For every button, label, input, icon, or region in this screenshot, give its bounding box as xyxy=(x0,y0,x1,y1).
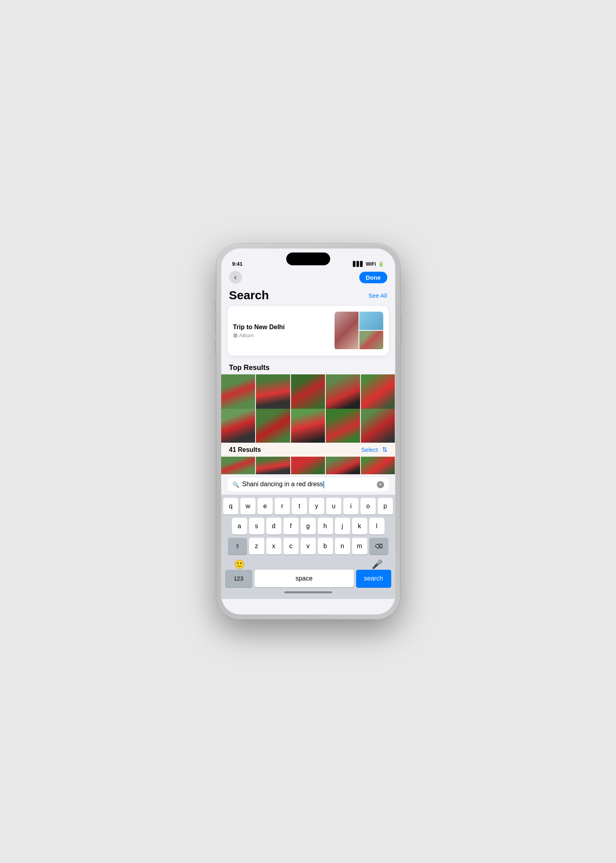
album-type-label: Album xyxy=(239,332,254,338)
battery-icon: 🔋 xyxy=(378,261,384,267)
key-a[interactable]: a xyxy=(232,518,247,535)
key-i[interactable]: i xyxy=(343,498,359,515)
grid-photo-3[interactable] xyxy=(291,374,325,409)
key-s[interactable]: s xyxy=(249,518,264,535)
search-bar[interactable]: 🔍 Shani dancing in a red dress ✕ xyxy=(228,477,389,491)
keyboard-row-3: ⇧ z x c v b n m ⌫ xyxy=(223,538,394,555)
emoji-mic-row: 🙂 🎤 xyxy=(223,558,394,570)
results-count: 41 Results xyxy=(229,446,261,453)
see-all-button[interactable]: See All xyxy=(368,292,387,299)
key-z[interactable]: z xyxy=(249,538,264,555)
grid-photo-1[interactable] xyxy=(221,374,256,409)
dynamic-island xyxy=(286,253,330,265)
photo-strip xyxy=(221,457,395,474)
album-card-wrapper: Trip to New Delhi ▦ Album xyxy=(221,306,395,360)
key-u[interactable]: u xyxy=(326,498,341,515)
album-type: ▦ Album xyxy=(233,332,331,338)
photo-grid-bottom xyxy=(221,409,395,443)
album-photo-1 xyxy=(335,312,359,349)
album-photo-3 xyxy=(359,331,383,349)
photo-grid-top xyxy=(221,374,395,409)
wifi-icon: WiFi xyxy=(366,261,376,267)
key-l[interactable]: l xyxy=(369,518,384,535)
top-results-section: Top Results xyxy=(221,360,395,374)
numbers-key[interactable]: 123 xyxy=(225,570,252,587)
back-button[interactable] xyxy=(229,271,242,284)
results-bar: 41 Results Select ⇅ xyxy=(221,443,395,457)
key-x[interactable]: x xyxy=(266,538,281,555)
search-key[interactable]: search xyxy=(356,570,391,587)
phone-frame: 9:41 ▋▋▋ WiFi 🔋 Done Search See All Trip… xyxy=(216,244,400,619)
grid-photo-2[interactable] xyxy=(256,374,290,409)
mic-button[interactable]: 🎤 xyxy=(372,559,382,570)
key-q[interactable]: q xyxy=(223,498,238,515)
key-d[interactable]: d xyxy=(266,518,281,535)
key-e[interactable]: e xyxy=(257,498,273,515)
sort-icon[interactable]: ⇅ xyxy=(382,446,387,453)
home-indicator xyxy=(284,591,332,593)
key-c[interactable]: c xyxy=(283,538,299,555)
key-k[interactable]: k xyxy=(352,518,367,535)
album-card[interactable]: Trip to New Delhi ▦ Album xyxy=(228,306,389,356)
search-header: Search See All xyxy=(221,287,395,306)
select-button[interactable]: Select xyxy=(361,446,378,453)
album-info: Trip to New Delhi ▦ Album xyxy=(233,324,331,338)
shift-key[interactable]: ⇧ xyxy=(228,538,247,555)
strip-photo-1[interactable] xyxy=(221,457,256,474)
key-v[interactable]: v xyxy=(301,538,316,555)
done-button[interactable]: Done xyxy=(359,272,387,283)
results-actions: Select ⇅ xyxy=(361,446,387,453)
key-g[interactable]: g xyxy=(301,518,316,535)
album-photo-2 xyxy=(359,312,383,330)
strip-photo-3[interactable] xyxy=(291,457,325,474)
strip-photo-2[interactable] xyxy=(256,457,290,474)
page-title: Search xyxy=(229,288,269,302)
grid-photo-8[interactable] xyxy=(291,409,325,443)
key-n[interactable]: n xyxy=(335,538,350,555)
key-r[interactable]: r xyxy=(275,498,290,515)
album-type-icon: ▦ xyxy=(233,332,238,338)
grid-photo-10[interactable] xyxy=(361,409,395,443)
keyboard-row-2: a s d f g h j k l xyxy=(223,518,394,535)
search-query-text: Shani dancing in a red dress xyxy=(242,481,374,488)
key-o[interactable]: o xyxy=(360,498,376,515)
album-photos xyxy=(335,312,383,350)
key-b[interactable]: b xyxy=(318,538,333,555)
grid-photo-9[interactable] xyxy=(326,409,360,443)
key-f[interactable]: f xyxy=(283,518,299,535)
key-m[interactable]: m xyxy=(352,538,367,555)
space-key[interactable]: space xyxy=(255,570,354,587)
nav-bar: Done xyxy=(221,269,395,287)
key-j[interactable]: j xyxy=(335,518,350,535)
key-w[interactable]: w xyxy=(240,498,256,515)
delete-key[interactable]: ⌫ xyxy=(369,538,388,555)
bottom-bar: 123 space search xyxy=(223,570,394,589)
status-bar: 9:41 ▋▋▋ WiFi 🔋 xyxy=(221,249,395,269)
grid-photo-4[interactable] xyxy=(326,374,360,409)
status-time: 9:41 xyxy=(232,261,243,267)
grid-photo-5[interactable] xyxy=(361,374,395,409)
keyboard: q w e r t y u i o p a s d f g h j k xyxy=(221,495,395,599)
emoji-button[interactable]: 🙂 xyxy=(234,559,245,570)
phone-screen: 9:41 ▋▋▋ WiFi 🔋 Done Search See All Trip… xyxy=(221,249,395,614)
keyboard-row-1: q w e r t y u i o p xyxy=(223,498,394,515)
grid-photo-6[interactable] xyxy=(221,409,256,443)
search-bar-wrapper: 🔍 Shani dancing in a red dress ✕ xyxy=(221,474,395,495)
home-indicator-wrap xyxy=(223,589,394,597)
key-h[interactable]: h xyxy=(318,518,333,535)
status-indicators: ▋▋▋ WiFi 🔋 xyxy=(353,261,384,267)
key-t[interactable]: t xyxy=(292,498,307,515)
top-results-label: Top Results xyxy=(221,360,395,374)
strip-photo-4[interactable] xyxy=(326,457,360,474)
strip-photo-5[interactable] xyxy=(361,457,395,474)
key-p[interactable]: p xyxy=(378,498,393,515)
album-name: Trip to New Delhi xyxy=(233,324,331,331)
grid-photo-7[interactable] xyxy=(256,409,290,443)
key-y[interactable]: y xyxy=(309,498,324,515)
search-icon: 🔍 xyxy=(232,481,239,488)
signal-icon: ▋▋▋ xyxy=(353,261,364,267)
clear-button[interactable]: ✕ xyxy=(377,481,384,488)
